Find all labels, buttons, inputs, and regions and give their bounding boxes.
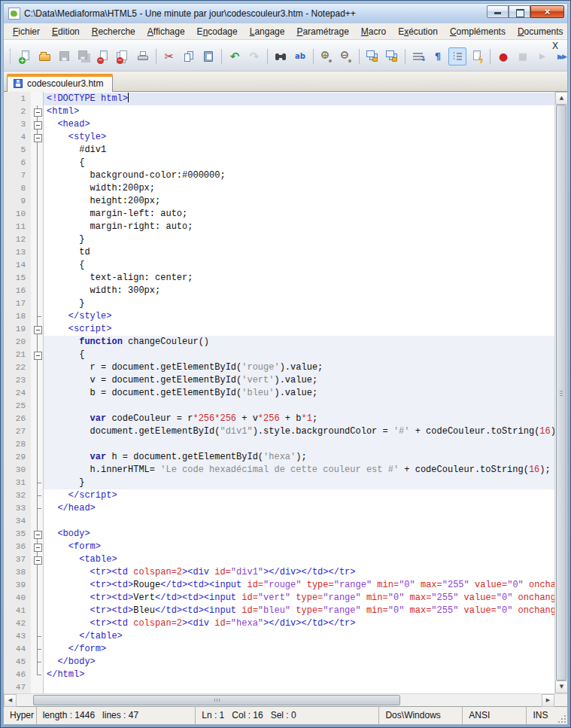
code-line[interactable]: 31 } (4, 477, 554, 489)
code-line[interactable]: 2<html> (4, 105, 554, 118)
code-line[interactable]: 22 r = document.getElementById('rouge').… (4, 361, 554, 374)
copy-button[interactable] (180, 47, 198, 65)
code-line[interactable]: 26 var codeCouleur = r*256*256 + v*256 +… (4, 413, 554, 425)
code-text[interactable]: <tr><td>Bleu</td><td><input id="bleu" ty… (44, 605, 554, 617)
insert-mode-status[interactable]: INS (527, 707, 557, 724)
code-text[interactable]: <!DOCTYPE html> (44, 93, 554, 105)
code-line[interactable]: 25 (4, 400, 554, 413)
code-text[interactable]: b = document.getElementById('bleu').valu… (44, 387, 554, 400)
code-line[interactable]: 12 } (4, 233, 554, 246)
code-text[interactable]: document.getElementById("div1").style.ba… (44, 425, 554, 438)
scroll-down-button[interactable] (555, 681, 567, 693)
code-text[interactable]: margin-right: auto; (44, 221, 554, 233)
code-line[interactable]: 14 { (4, 259, 554, 272)
code-text[interactable]: h.innerHTML= 'Le code hexadécimal de cet… (44, 464, 554, 477)
code-text[interactable]: width: 300px; (44, 285, 554, 297)
code-line[interactable]: 46</html> (4, 669, 554, 681)
code-text[interactable] (44, 438, 554, 451)
code-text[interactable] (44, 515, 554, 528)
code-text[interactable]: v = document.getElementById('vert').valu… (44, 374, 554, 387)
vertical-scroll-thumb[interactable] (556, 105, 566, 681)
code-text[interactable]: } (44, 477, 554, 489)
menu-item-execution[interactable]: Exécution (392, 24, 444, 39)
code-text[interactable]: { (44, 349, 554, 361)
minimize-button[interactable] (487, 5, 509, 18)
code-text[interactable] (44, 681, 554, 693)
title-bar[interactable]: C:\Data\Mediaforma\HTML5 - Une minute pa… (4, 4, 567, 23)
menu-item-documents[interactable]: Documents (512, 24, 568, 39)
menu-item-complements[interactable]: Compléments (444, 24, 512, 39)
maximize-button[interactable] (509, 5, 530, 18)
code-text[interactable]: </style> (44, 310, 554, 323)
code-line[interactable]: 40 <tr><td>Vert</td><td><input id="vert"… (4, 592, 554, 605)
vertical-scroll-track[interactable] (555, 105, 567, 681)
code-line[interactable]: 3 <head> (4, 118, 554, 131)
code-text[interactable]: <tr><td>Vert</td><td><input id="vert" ty… (44, 592, 554, 605)
code-line[interactable]: 27 document.getElementById("div1").style… (4, 425, 554, 438)
replace-button[interactable] (291, 47, 309, 65)
menu-item-edition[interactable]: Edition (46, 24, 86, 39)
menu-item-langage[interactable]: Langage (244, 24, 291, 39)
code-line[interactable]: 15 text-align: center; (4, 272, 554, 285)
fold-collapse-icon[interactable] (31, 553, 44, 566)
code-line[interactable]: 13 td (4, 246, 554, 259)
new-file-button[interactable] (17, 47, 35, 65)
menu-item-fichier[interactable]: Fichier (7, 24, 46, 39)
code-text[interactable]: { (44, 259, 554, 272)
zoom-in-button[interactable] (317, 47, 336, 65)
fold-collapse-icon[interactable] (31, 541, 44, 553)
resize-grip-icon[interactable] (557, 707, 567, 724)
code-text[interactable]: width:200px; (44, 182, 554, 195)
code-text[interactable]: { (44, 157, 554, 169)
horizontal-scrollbar[interactable] (4, 693, 567, 706)
code-text[interactable]: </head> (44, 502, 554, 515)
code-line[interactable]: 41 <tr><td>Bleu</td><td><input id="bleu"… (4, 605, 554, 617)
close-button[interactable]: × (530, 5, 564, 18)
vertical-scrollbar[interactable] (554, 92, 567, 693)
tab-codescouleur3[interactable]: codescouleur3.htm (7, 74, 113, 92)
code-text[interactable]: background-color:#000000; (44, 169, 554, 182)
open-file-button[interactable] (36, 47, 54, 65)
code-line[interactable]: 39 <tr><td>Rouge</td><td><input id="roug… (4, 579, 554, 592)
undo-button[interactable] (226, 47, 244, 65)
code-line[interactable]: 44 </form> (4, 643, 554, 656)
redo-button[interactable] (245, 47, 263, 65)
word-wrap-button[interactable] (409, 47, 427, 65)
code-text[interactable] (44, 400, 554, 413)
code-line[interactable]: 38 <tr><td colspan=2><div id="div1"></di… (4, 566, 554, 579)
close-all-button[interactable] (114, 47, 132, 65)
code-text[interactable]: } (44, 297, 554, 310)
code-line[interactable]: 33 </head> (4, 502, 554, 515)
code-line[interactable]: 42 <tr><td colspan=2><div id="hexa"></di… (4, 617, 554, 630)
scroll-left-button[interactable] (4, 694, 17, 707)
scroll-up-button[interactable] (555, 92, 567, 105)
code-line[interactable]: 29 var h = document.getElementById('hexa… (4, 451, 554, 464)
code-line[interactable]: 20 function changeCouleur() (4, 336, 554, 349)
code-text[interactable]: text-align: center; (44, 272, 554, 285)
code-line[interactable]: 23 v = document.getElementById('vert').v… (4, 374, 554, 387)
code-text[interactable]: </body> (44, 656, 554, 669)
fold-collapse-icon[interactable] (31, 349, 44, 361)
code-text[interactable]: </table> (44, 630, 554, 643)
code-text[interactable]: <script> (44, 323, 554, 336)
fold-collapse-icon[interactable] (31, 323, 44, 336)
code-line[interactable]: 4 <style> (4, 131, 554, 144)
fold-collapse-icon[interactable] (31, 528, 44, 541)
code-text[interactable]: var h = document.getElementById('hexa'); (44, 451, 554, 464)
stop-macro-button[interactable] (514, 47, 532, 65)
code-text[interactable]: #div1 (44, 144, 554, 157)
code-text[interactable]: <body> (44, 528, 554, 541)
code-text[interactable]: td (44, 246, 554, 259)
horizontal-scroll-track[interactable] (17, 694, 542, 706)
menu-item-recherche[interactable]: Recherche (86, 24, 141, 39)
code-line[interactable]: 11 margin-right: auto; (4, 221, 554, 233)
code-text[interactable]: </form> (44, 643, 554, 656)
code-line[interactable]: 21 { (4, 349, 554, 361)
show-all-characters-button[interactable] (429, 47, 447, 65)
horizontal-scroll-thumb[interactable] (33, 695, 400, 705)
code-line[interactable]: 18 </style> (4, 310, 554, 323)
code-text[interactable]: <tr><td colspan=2><div id="hexa"></div><… (44, 617, 554, 630)
code-line[interactable]: 30 h.innerHTML= 'Le code hexadécimal de … (4, 464, 554, 477)
print-button[interactable] (134, 47, 152, 65)
code-line[interactable]: 19 <script> (4, 323, 554, 336)
